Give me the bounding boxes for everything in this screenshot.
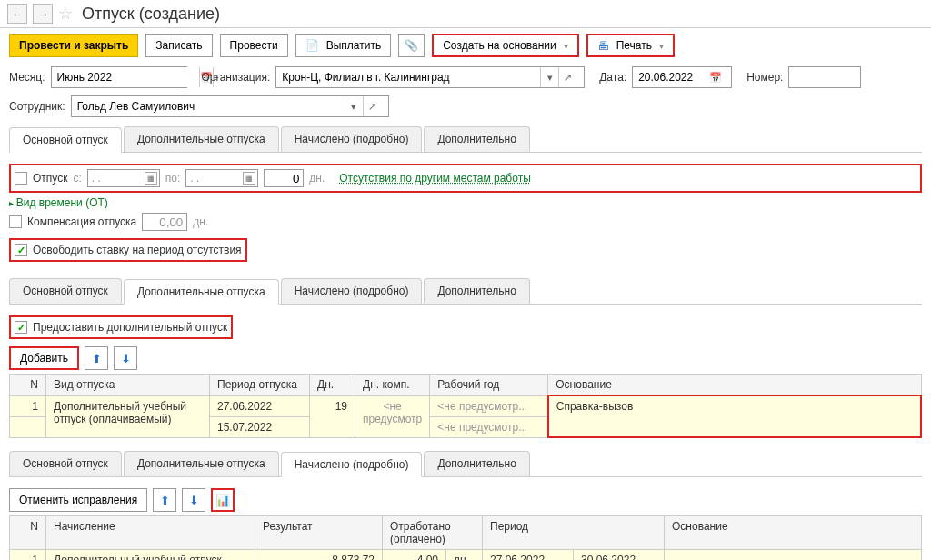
tab-main-vacation-2[interactable]: Основной отпуск	[9, 278, 122, 304]
col-reason: Основание	[665, 516, 922, 550]
move-up-button-2[interactable]: ⬆	[153, 488, 176, 512]
add-button[interactable]: Добавить	[9, 346, 79, 370]
employee-label: Сотрудник:	[9, 100, 65, 113]
month-label: Месяц:	[9, 71, 45, 84]
tab-main-vacation[interactable]: Основной отпуск	[9, 127, 122, 153]
tab-more[interactable]: Дополнительно	[424, 126, 529, 152]
col-period: Период	[483, 516, 665, 550]
days-label: дн.	[309, 172, 325, 185]
move-down-button-2[interactable]: ⬇	[182, 488, 205, 512]
tab-calculated-3[interactable]: Начислено (подробно)	[281, 452, 423, 477]
tab-calculated-2[interactable]: Начислено (подробно)	[281, 278, 423, 304]
write-button[interactable]: Записать	[145, 34, 212, 57]
extra-vacation-table: N Вид отпуска Период отпуска Дн. Дн. ком…	[9, 374, 922, 438]
col-n: N	[10, 375, 46, 396]
col-comp: Дн. комп.	[355, 375, 430, 396]
col-year: Рабочий год	[430, 375, 548, 396]
col-result: Результат	[255, 516, 383, 550]
tabs-calc: Основной отпуск Дополнительные отпуска Н…	[9, 451, 922, 477]
vacation-label: Отпуск	[33, 172, 67, 185]
page-title: Отпуск (создание)	[82, 5, 220, 24]
org-input[interactable]: ▾ ↗	[275, 66, 585, 88]
month-input[interactable]: 📅 ÷	[51, 66, 187, 88]
save-close-button[interactable]: Провести и закрыть	[9, 34, 138, 57]
tabs-extra: Основной отпуск Дополнительные отпуска Н…	[9, 278, 922, 305]
cancel-corrections-button[interactable]: Отменить исправления	[9, 488, 147, 512]
calc-table: N Начисление Результат Отработано (оплач…	[9, 515, 922, 560]
edit-columns-button[interactable]	[211, 488, 235, 512]
tab-more-2[interactable]: Дополнительно	[424, 278, 529, 304]
attach-button[interactable]: 📎	[398, 34, 425, 57]
from-label: с:	[73, 172, 81, 185]
col-reason: Основание	[548, 375, 921, 396]
col-period: Период отпуска	[210, 375, 310, 396]
absence-link[interactable]: Отсутствия по другим местам работы	[339, 172, 530, 185]
calendar-icon[interactable]: ▦	[145, 172, 157, 185]
tab-extra-vacation-2[interactable]: Дополнительные отпуска	[124, 279, 279, 305]
comp-label: Компенсация отпуска	[27, 215, 136, 228]
pay-icon	[305, 39, 323, 52]
col-worked: Отработано (оплачено)	[383, 516, 483, 550]
release-label: Освободить ставку на период отсутствия	[33, 244, 242, 256]
col-days: Дн.	[310, 375, 355, 396]
comp-input[interactable]	[142, 213, 187, 231]
table-row[interactable]: 1 Дополнительный учебный отпуск (опл... …	[10, 550, 922, 561]
open-icon[interactable]: ↗	[363, 96, 381, 116]
tabs-main: Основной отпуск Дополнительные отпуска Н…	[9, 126, 922, 153]
print-icon	[597, 39, 613, 53]
dropdown-icon[interactable]: ▾	[345, 96, 363, 116]
date-input[interactable]: 📅	[632, 66, 732, 88]
time-type-link[interactable]: Вид времени (ОТ)	[9, 196, 108, 209]
table-row[interactable]: 1 Дополнительный учебный отпуск (оплачив…	[10, 395, 922, 416]
move-up-button[interactable]: ⬆	[85, 346, 108, 370]
date-label: Дата:	[599, 71, 626, 84]
back-button[interactable]: ←	[7, 4, 27, 24]
comp-checkbox[interactable]	[9, 215, 22, 228]
tab-extra-vacation-3[interactable]: Дополнительные отпуска	[124, 451, 279, 476]
dropdown-icon[interactable]: ▾	[540, 67, 558, 87]
col-type: Вид отпуска	[46, 375, 210, 396]
employee-input[interactable]: ▾ ↗	[71, 95, 389, 117]
provide-label: Предоставить дополнительный отпуск	[33, 321, 227, 334]
col-n: N	[10, 516, 46, 550]
forward-button[interactable]: →	[33, 4, 53, 24]
create-based-button[interactable]: Создать на основании	[432, 34, 579, 57]
open-icon[interactable]: ↗	[558, 67, 576, 87]
move-down-button[interactable]: ⬇	[114, 346, 137, 370]
org-label: Организация:	[202, 71, 271, 84]
release-checkbox[interactable]	[15, 244, 27, 256]
to-date[interactable]: . .▦	[185, 169, 258, 187]
pay-button[interactable]: Выплатить	[295, 34, 392, 57]
comp-days-label: дн.	[193, 215, 208, 228]
tab-main-vacation-3[interactable]: Основной отпуск	[9, 451, 122, 476]
provide-extra-checkbox[interactable]	[15, 321, 27, 334]
favorite-star-icon[interactable]: ☆	[58, 4, 73, 24]
to-label: по:	[165, 172, 181, 185]
number-label: Номер:	[746, 71, 783, 84]
tab-more-3[interactable]: Дополнительно	[424, 451, 529, 476]
post-button[interactable]: Провести	[220, 34, 288, 57]
calendar-icon[interactable]: ▦	[243, 172, 255, 185]
number-input[interactable]	[788, 66, 861, 88]
calendar-icon[interactable]: 📅	[706, 67, 724, 87]
tab-calculated[interactable]: Начислено (подробно)	[281, 126, 423, 152]
col-name: Начисление	[46, 516, 255, 550]
vacation-checkbox[interactable]	[15, 172, 27, 185]
print-button[interactable]: Печать	[586, 34, 675, 57]
from-date[interactable]: . .▦	[87, 169, 160, 187]
days-input[interactable]	[264, 169, 304, 187]
tab-extra-vacation[interactable]: Дополнительные отпуска	[124, 126, 279, 152]
